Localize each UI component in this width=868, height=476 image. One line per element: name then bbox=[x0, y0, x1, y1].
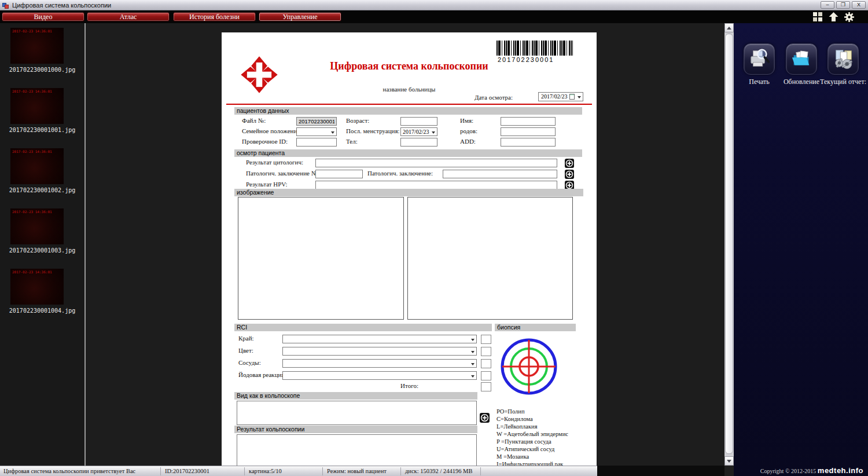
last-menses-value: 2017/02/23 bbox=[403, 129, 429, 135]
births-label: родов: bbox=[460, 127, 477, 134]
check-id-input[interactable] bbox=[296, 138, 337, 147]
vertical-scrollbar[interactable] bbox=[724, 23, 734, 466]
births-input[interactable] bbox=[501, 127, 556, 136]
marital-status-select[interactable] bbox=[296, 127, 337, 136]
rci-total-box[interactable] bbox=[481, 382, 491, 391]
name-input[interactable] bbox=[501, 117, 556, 126]
colposcope-view-textarea[interactable] bbox=[237, 401, 477, 425]
status-disk: диск: 150392 / 244196 МВ bbox=[405, 468, 472, 474]
rci-vessels-score-box[interactable] bbox=[481, 359, 491, 368]
calendar-icon bbox=[569, 94, 575, 100]
grid-icon[interactable] bbox=[812, 12, 823, 22]
thumbnail-image[interactable]: 2017-02-23 14:36:01 bbox=[10, 28, 64, 64]
right-action-panel: Печать Обновление bbox=[734, 23, 868, 476]
pathology-no-label: Патологич. заключение №: bbox=[246, 170, 319, 177]
add-view-button[interactable] bbox=[480, 413, 490, 423]
app-window: Цифровая система кольпоскопии – ❐ X Виде… bbox=[0, 0, 868, 476]
thumbnail-sidebar: 2017-02-23 14:36:01 201702230001000.jpg … bbox=[0, 23, 86, 466]
legend-item: PO=Полип bbox=[496, 408, 595, 415]
name-label: Имя: bbox=[460, 117, 473, 124]
rci-edge-score-box[interactable] bbox=[481, 335, 491, 344]
thumbnail-filename: 201702230001002.jpg bbox=[0, 187, 84, 193]
section-image: изображение bbox=[234, 189, 583, 196]
legend-item: P =Пунктация сосуда bbox=[496, 438, 595, 445]
status-divider bbox=[400, 467, 401, 475]
app-icon bbox=[2, 2, 9, 9]
tab-atlas[interactable]: Атлас bbox=[87, 12, 170, 21]
update-button[interactable] bbox=[786, 43, 817, 75]
last-menses-select[interactable]: 2017/02/23 bbox=[400, 127, 437, 136]
current-report-button[interactable] bbox=[827, 43, 859, 75]
down-arrow-icon bbox=[727, 460, 731, 463]
legend-item: I=Инфильтрирующий рак bbox=[496, 460, 595, 466]
thumbnail-timestamp: 2017-02-23 14:36:01 bbox=[12, 270, 52, 274]
scrollbar-thumb[interactable] bbox=[725, 34, 733, 454]
biopsy-legend: PO=Полип C=Кондилома L=Лейкоплакия W =Ац… bbox=[496, 408, 595, 466]
status-divider bbox=[160, 467, 161, 475]
rci-color-score-box[interactable] bbox=[481, 347, 491, 356]
pathology-no-input[interactable] bbox=[315, 170, 363, 178]
status-bar-spacer bbox=[597, 466, 724, 476]
titlebar: Цифровая система кольпоскопии – ❐ X bbox=[0, 0, 868, 10]
tab-history[interactable]: История болезни bbox=[173, 12, 256, 21]
up-arrow-icon[interactable] bbox=[828, 12, 838, 22]
site-name: medteh.info bbox=[818, 466, 863, 475]
image-box-left[interactable] bbox=[238, 197, 404, 320]
chevron-down-icon bbox=[471, 339, 475, 341]
chevron-down-icon bbox=[578, 96, 581, 98]
hpv-label: Результат HPV: bbox=[246, 181, 288, 188]
thumbnail-filename: 201702230001003.jpg bbox=[0, 247, 84, 254]
barcode bbox=[496, 41, 573, 56]
thumbnail-timestamp: 2017-02-23 14:36:01 bbox=[12, 149, 52, 153]
add-pathology-button[interactable] bbox=[565, 170, 574, 179]
chevron-down-icon bbox=[331, 131, 334, 134]
scroll-up-button[interactable] bbox=[724, 23, 734, 32]
rci-edge-select[interactable] bbox=[282, 335, 477, 343]
biopsy-target-diagram[interactable] bbox=[500, 338, 558, 396]
minimize-button[interactable]: – bbox=[821, 1, 834, 9]
cytology-input[interactable] bbox=[315, 159, 557, 167]
thumbnail-image[interactable]: 2017-02-23 14:36:01 bbox=[10, 148, 64, 184]
legend-item: M =Мозаика bbox=[496, 453, 595, 460]
print-button[interactable] bbox=[744, 43, 775, 75]
check-id-label: Проверочное ID: bbox=[242, 138, 288, 145]
tel-input[interactable] bbox=[400, 138, 437, 147]
thumbnail-image[interactable]: 2017-02-23 14:36:01 bbox=[10, 269, 64, 305]
status-patient-id: ID:201702230001 bbox=[165, 468, 209, 474]
copyright-text: Copyright © 2012-2015 bbox=[760, 468, 818, 474]
window-title: Цифровая система кольпоскопии bbox=[12, 2, 111, 9]
hpv-input[interactable] bbox=[315, 181, 557, 189]
status-divider bbox=[244, 467, 245, 475]
rci-edge-label: Край: bbox=[238, 335, 254, 342]
tab-video[interactable]: Видео bbox=[2, 12, 84, 21]
age-input[interactable] bbox=[400, 117, 437, 126]
thumbnail-filename: 201702230001000.jpg bbox=[0, 67, 84, 73]
status-picture-count: картина:5/10 bbox=[249, 468, 282, 474]
image-box-right[interactable] bbox=[407, 197, 573, 320]
legend-item: U=Атипический сосуд bbox=[496, 445, 595, 453]
tab-management[interactable]: Управление bbox=[259, 12, 341, 21]
scroll-down-button[interactable] bbox=[724, 456, 734, 466]
add-cytology-button[interactable] bbox=[565, 159, 574, 168]
thumbnail-timestamp: 2017-02-23 14:36:01 bbox=[12, 210, 52, 214]
thumbnail-image[interactable]: 2017-02-23 14:36:01 bbox=[10, 208, 64, 244]
maximize-button[interactable]: ❐ bbox=[836, 1, 850, 9]
rci-iodine-score-box[interactable] bbox=[481, 371, 491, 380]
close-button[interactable]: X bbox=[852, 1, 866, 9]
add-input[interactable] bbox=[501, 138, 556, 147]
status-greeting: Цифровая система кольпоскопии приветству… bbox=[3, 468, 135, 474]
rci-vessels-select[interactable] bbox=[282, 359, 477, 368]
rci-color-select[interactable] bbox=[282, 347, 477, 356]
thumbnail-image[interactable]: 2017-02-23 14:36:01 bbox=[10, 88, 64, 124]
pathology-label: Патологич. заключение: bbox=[367, 170, 433, 177]
pathology-input[interactable] bbox=[443, 170, 557, 178]
current-report-label: Текущий отчет: bbox=[817, 78, 868, 86]
section-colposcopy-result: Результат кольпоскопии bbox=[234, 426, 477, 433]
legend-item: W =Ацетобелый эпидермис bbox=[496, 430, 595, 438]
thumbnail-filename: 201702230001004.jpg bbox=[0, 307, 84, 314]
file-no-input[interactable] bbox=[296, 117, 337, 126]
gear-icon[interactable] bbox=[844, 12, 854, 22]
rci-iodine-select[interactable] bbox=[282, 371, 477, 380]
exam-date-picker[interactable]: 2017/02/23 bbox=[538, 92, 583, 101]
colposcopy-result-textarea[interactable] bbox=[237, 434, 477, 466]
